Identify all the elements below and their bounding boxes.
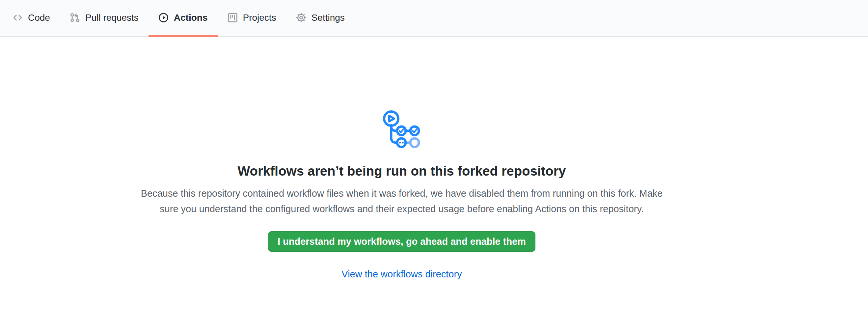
tab-settings[interactable]: Settings <box>286 0 354 37</box>
tab-label: Actions <box>174 13 208 22</box>
workflow-graph-icon <box>132 37 672 148</box>
gear-icon <box>296 12 306 23</box>
tab-label: Projects <box>243 13 276 22</box>
tab-code[interactable]: Code <box>3 0 60 37</box>
project-icon <box>227 12 238 23</box>
enable-workflows-button[interactable]: I understand my workflows, go ahead and … <box>268 231 535 252</box>
tab-label: Settings <box>311 13 345 22</box>
blankslate-description: Because this repository contained workfl… <box>135 186 669 217</box>
tab-pull-requests[interactable]: Pull requests <box>60 0 149 37</box>
tab-label: Code <box>28 13 50 22</box>
play-circle-icon <box>158 12 168 23</box>
git-pull-request-icon <box>70 12 80 23</box>
view-workflows-directory-link[interactable]: View the workflows directory <box>341 269 462 279</box>
page-title: Workflows aren’t being run on this forke… <box>132 163 672 179</box>
actions-blankslate: Workflows aren’t being run on this forke… <box>132 37 672 280</box>
tab-label: Pull requests <box>85 13 138 22</box>
code-icon <box>12 12 23 23</box>
repo-tab-nav: Code Pull requests Actions <box>0 0 868 37</box>
tab-projects[interactable]: Projects <box>218 0 286 37</box>
tab-actions[interactable]: Actions <box>149 0 218 37</box>
